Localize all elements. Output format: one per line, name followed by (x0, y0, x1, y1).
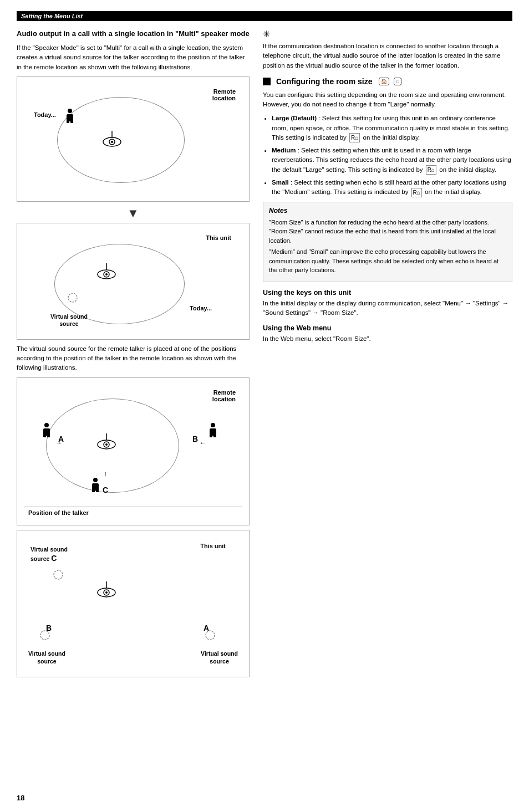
note-2: "Medium" and "Small" can improve the ech… (269, 247, 506, 275)
svg-rect-28 (96, 489, 99, 492)
notes-title: Notes (269, 207, 506, 215)
svg-rect-20 (47, 435, 50, 437)
svg-point-34 (40, 631, 49, 640)
left-section-title: Audio output in a call with a single loc… (17, 29, 250, 39)
diag3-inner: Remote location (24, 385, 242, 507)
room-size-bullets: Large (Default) : Select this setting fo… (272, 114, 512, 197)
diag3-person-A (40, 422, 53, 440)
unit-svg-4 (96, 581, 117, 598)
diagram-4: This unit Virtual soundsource C (17, 530, 250, 677)
svg-point-0 (68, 109, 72, 113)
diag3-label-B: B (192, 435, 198, 443)
diag2-this-label: This unit (206, 234, 231, 241)
svg-point-35 (206, 631, 215, 640)
diagram-2: This unit (17, 223, 250, 340)
room-size-icon-2: □ (394, 78, 401, 85)
bullet-large-suffix: on the initial display. (363, 134, 420, 141)
diag3-person-C (89, 477, 101, 494)
notes-box: Notes "Room Size" is a function for redu… (263, 202, 512, 282)
svg-rect-3 (70, 120, 73, 123)
bullet-large-icon: R⌂ (349, 133, 360, 142)
diag4-vsB-dot (39, 630, 50, 642)
bullet-large-label: Large (Default) (272, 115, 317, 121)
page-number: 18 (17, 794, 24, 802)
diag2-unit-icon (96, 263, 117, 282)
right-column: ✳ If the communication destination locat… (263, 29, 512, 682)
diag2-inner: This unit (24, 230, 242, 333)
diag4-this-label: This unit (200, 543, 226, 549)
diag4-vsA-label: Virtual soundsource (201, 650, 238, 665)
unit-svg-3 (96, 433, 117, 450)
svg-point-7 (111, 141, 113, 143)
diag4-inner: This unit Virtual soundsource C (24, 537, 242, 670)
diag3-unit-icon (96, 433, 117, 452)
tip-text: If the communication destination locatio… (263, 42, 512, 70)
diagram-1: Remote location Today... (17, 76, 250, 202)
diag1-person-today (64, 108, 76, 125)
vsource-dot-svg (67, 292, 78, 303)
bullet-small-icon: R⌂ (411, 188, 422, 197)
diag3-arrow-C: ↑ (104, 470, 107, 478)
diag1-inner: Remote location Today... (24, 84, 242, 195)
person-B-svg (207, 422, 219, 438)
diag3-label-A: A (58, 435, 64, 443)
svg-rect-19 (43, 435, 46, 437)
web-subheading: Using the Web menu (263, 324, 512, 332)
pos-talker-label: Position of the talker (24, 507, 242, 518)
note-1: "Room Size" is a function for reducing t… (269, 218, 506, 246)
room-size-text: You can configure this setting depending… (263, 90, 512, 110)
page: Setting the Menu List Audio output in a … (0, 0, 529, 812)
black-square-icon (263, 78, 271, 85)
diag1-unit-icon (101, 131, 123, 149)
svg-rect-27 (92, 489, 95, 492)
arrow-down-1: ▼ (17, 206, 250, 221)
svg-point-12 (68, 293, 77, 302)
bullet-medium-icon: R⌂ (426, 165, 436, 175)
diag3-label-C: C (103, 486, 108, 494)
web-text: In the Web menu, select "Room Size". (263, 334, 512, 344)
bullet-small-suffix: on the initial display. (425, 188, 482, 195)
diag1-today-label: Today... (34, 111, 56, 118)
svg-rect-2 (67, 120, 69, 123)
diag4-unit-icon (96, 581, 117, 600)
bullet-large: Large (Default) : Select this setting fo… (272, 114, 512, 142)
keys-text: In the initial display or the display du… (263, 299, 512, 318)
left-section-text: If the "Speaker Mode" is set to "Multi" … (17, 43, 250, 72)
room-size-heading-box: Configuring the room size 🏠 □ (263, 77, 512, 86)
diag4-vsA-dot (205, 630, 216, 642)
bullet-small: Small : Select this setting when echo is… (272, 178, 512, 197)
tip-icon: ✳ (263, 29, 512, 39)
diag3-arrow-B: ← (200, 439, 206, 447)
diag4-vsC-dot (53, 569, 64, 582)
svg-point-21 (211, 423, 215, 427)
bullet-medium: Medium : Select this setting when this u… (272, 146, 512, 175)
svg-rect-24 (213, 435, 216, 437)
top-bar-label: Setting the Menu List (21, 13, 83, 19)
svg-point-11 (105, 273, 108, 275)
svg-point-33 (105, 591, 108, 594)
diag3-remote-label: Remote location (212, 389, 236, 402)
svg-point-16 (105, 443, 108, 446)
diag3-person-B (207, 422, 219, 440)
diag4-vsB-label: Virtual soundsource (28, 650, 65, 665)
diag2-vsource-dot (67, 292, 78, 305)
diag2-circle (54, 244, 185, 324)
person-icon-today (64, 108, 76, 124)
diag4-vsC-label: Virtual soundsource C (30, 546, 68, 564)
bullet-medium-label: Medium (272, 147, 296, 154)
bullet-medium-suffix: on the initial display. (439, 166, 496, 173)
diag1-remote-label: Remote location (212, 88, 236, 101)
diagram-3: Remote location (17, 377, 250, 525)
room-size-title: Configuring the room size (276, 77, 372, 86)
svg-point-25 (93, 478, 98, 482)
keys-subheading: Using the keys on this unit (263, 289, 512, 297)
diag2-today-label: Today... (190, 305, 212, 311)
person-A-svg (40, 422, 53, 438)
unit-svg-1 (101, 131, 123, 147)
svg-point-29 (54, 570, 63, 579)
room-size-icon-1: 🏠 (379, 78, 389, 85)
bullet-small-label: Small (272, 179, 289, 186)
top-bar: Setting the Menu List (17, 11, 512, 21)
svg-rect-23 (210, 435, 212, 437)
person-C-svg (89, 477, 101, 493)
